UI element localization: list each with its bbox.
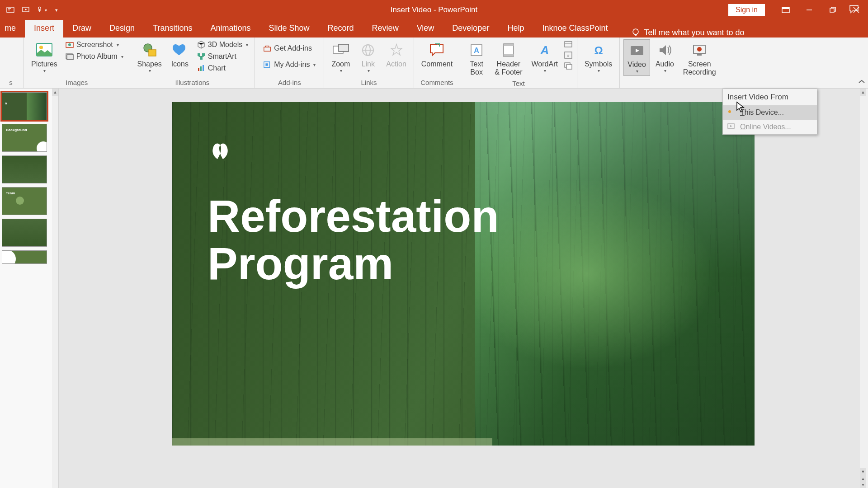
canvas-scroll-down[interactable]: ▼ bbox=[860, 468, 866, 475]
svg-point-9 bbox=[633, 29, 638, 34]
touch-mode-button[interactable]: ▾ bbox=[35, 4, 47, 16]
slide-canvas[interactable]: Reforestation Program bbox=[172, 102, 755, 446]
svg-rect-20 bbox=[200, 57, 203, 60]
3d-models-button[interactable]: 3D Models▾ bbox=[194, 39, 251, 50]
tab-slideshow[interactable]: Slide Show bbox=[260, 19, 319, 38]
qat-customize-button[interactable]: ▾ bbox=[51, 4, 62, 16]
slide-thumbnail-4[interactable]: Team bbox=[2, 187, 47, 215]
link-button[interactable]: Link ▾ bbox=[355, 39, 381, 75]
window-controls: Sign in bbox=[728, 0, 868, 20]
comments-pane-button[interactable] bbox=[849, 5, 859, 15]
comment-button[interactable]: Comment bbox=[418, 39, 456, 70]
tab-view[interactable]: View bbox=[408, 19, 443, 38]
slideshow-button[interactable] bbox=[20, 4, 32, 16]
collapse-ribbon-button[interactable] bbox=[858, 78, 865, 86]
tab-classpoint[interactable]: Inknoe ClassPoint bbox=[533, 19, 617, 38]
svg-text:Ω: Ω bbox=[594, 44, 603, 56]
tab-animations[interactable]: Animations bbox=[201, 19, 259, 38]
group-links-label: Links bbox=[328, 78, 410, 88]
pictures-button[interactable]: Pictures ▾ bbox=[28, 39, 61, 75]
tab-record[interactable]: Record bbox=[319, 19, 363, 38]
object-button[interactable] bbox=[563, 61, 573, 71]
video-button[interactable]: Video ▾ bbox=[623, 39, 650, 76]
chart-button[interactable]: Chart bbox=[194, 63, 251, 74]
minimize-button[interactable] bbox=[797, 0, 821, 20]
svg-rect-15 bbox=[67, 55, 73, 60]
svg-rect-26 bbox=[266, 63, 268, 66]
slide-thumbnail-3[interactable] bbox=[2, 155, 47, 183]
this-device-item[interactable]: This Device... bbox=[723, 105, 817, 120]
slide-number-icon: # bbox=[564, 51, 572, 59]
video-icon bbox=[628, 42, 646, 60]
screen-recording-button[interactable]: Screen Recording bbox=[679, 39, 720, 79]
screenshot-button[interactable]: Screenshot▾ bbox=[63, 39, 126, 50]
autosave-button[interactable] bbox=[5, 4, 16, 16]
group-addins-label: Add-ins bbox=[259, 78, 320, 88]
zoom-button[interactable]: Zoom ▾ bbox=[328, 39, 354, 75]
header-footer-icon bbox=[500, 41, 518, 59]
ribbon-display-button[interactable] bbox=[774, 0, 797, 20]
thumbnail-scrollbar[interactable]: ▲ bbox=[52, 89, 58, 488]
slide-thumbnail-6[interactable] bbox=[2, 250, 47, 264]
group-slides-label: s bbox=[1, 78, 21, 88]
link-icon bbox=[359, 41, 377, 59]
group-symbols: Ω Symbols ▾ bbox=[577, 38, 620, 88]
group-comments-label: Comments bbox=[418, 78, 456, 88]
shapes-button[interactable]: Shapes ▾ bbox=[134, 39, 165, 75]
group-comments: Comment Comments bbox=[414, 38, 460, 88]
date-time-button[interactable] bbox=[563, 39, 573, 49]
chart-icon bbox=[197, 64, 205, 72]
tab-review[interactable]: Review bbox=[363, 19, 408, 38]
screenshot-icon bbox=[66, 41, 74, 49]
slide-thumbnail-2[interactable]: Background bbox=[2, 124, 47, 152]
slide-thumbnail-1[interactable]: n bbox=[2, 92, 47, 120]
online-videos-item[interactable]: Online Videos... bbox=[723, 120, 817, 134]
maximize-button[interactable] bbox=[821, 0, 844, 20]
group-illustrations-label: Illustrations bbox=[134, 78, 251, 88]
leaf-logo-icon bbox=[208, 139, 233, 161]
tab-transitions[interactable]: Transitions bbox=[144, 19, 201, 38]
tell-me-search[interactable]: Tell me what you want to do bbox=[631, 28, 745, 38]
svg-rect-6 bbox=[830, 8, 834, 12]
symbols-button[interactable]: Ω Symbols ▾ bbox=[581, 39, 616, 75]
icons-button[interactable]: Icons bbox=[167, 39, 193, 70]
tab-developer[interactable]: Developer bbox=[443, 19, 498, 38]
group-images: Pictures ▾ Screenshot▾ Photo Album▾ Imag… bbox=[24, 38, 130, 88]
photo-album-button[interactable]: Photo Album▾ bbox=[63, 51, 126, 62]
group-text-label: Text bbox=[464, 79, 573, 89]
text-box-button[interactable]: A Text Box bbox=[464, 39, 489, 79]
tab-insert[interactable]: Insert bbox=[25, 19, 63, 38]
header-footer-button[interactable]: Header & Footer bbox=[491, 39, 526, 79]
date-time-icon bbox=[564, 40, 572, 48]
canvas-scroll-up[interactable]: ▲ bbox=[860, 89, 866, 96]
svg-rect-23 bbox=[203, 65, 204, 71]
sign-in-button[interactable]: Sign in bbox=[728, 4, 765, 16]
group-symbols-label bbox=[581, 78, 616, 88]
canvas-next-slide[interactable]: ▼ bbox=[860, 482, 866, 488]
svg-rect-17 bbox=[149, 50, 156, 56]
group-slides-partial: s bbox=[0, 38, 24, 88]
svg-rect-19 bbox=[202, 53, 205, 56]
tab-draw[interactable]: Draw bbox=[63, 19, 100, 38]
new-slide-partial[interactable] bbox=[1, 39, 21, 61]
tab-design[interactable]: Design bbox=[100, 19, 144, 38]
chevron-down-icon: ▾ bbox=[43, 68, 46, 73]
wordart-button[interactable]: A WordArt ▾ bbox=[528, 39, 561, 75]
screen-recording-icon bbox=[690, 41, 708, 59]
slide-thumbnail-5[interactable] bbox=[2, 219, 47, 247]
shapes-icon bbox=[141, 41, 159, 59]
tab-help[interactable]: Help bbox=[498, 19, 533, 38]
lightbulb-icon bbox=[631, 28, 641, 38]
ribbon-body: s Pictures ▾ Screenshot▾ Photo Album▾ Im… bbox=[0, 38, 868, 89]
canvas-prev-slide[interactable]: ▲ bbox=[860, 475, 866, 482]
scroll-up-button[interactable]: ▲ bbox=[52, 89, 58, 96]
get-addins-button[interactable]: Get Add-ins bbox=[260, 43, 318, 54]
action-button[interactable]: Action bbox=[382, 39, 410, 70]
tab-file-edge[interactable]: me bbox=[1, 19, 25, 38]
slide-number-button[interactable]: # bbox=[563, 50, 573, 60]
audio-button[interactable]: Audio ▾ bbox=[652, 39, 678, 75]
smartart-button[interactable]: SmartArt bbox=[194, 51, 251, 62]
my-addins-button[interactable]: My Add-ins▾ bbox=[260, 59, 318, 70]
slide-title-text[interactable]: Reforestation Program bbox=[208, 192, 499, 287]
canvas-scrollbar[interactable]: ▲ ▼ ▲ ▼ bbox=[860, 89, 868, 488]
